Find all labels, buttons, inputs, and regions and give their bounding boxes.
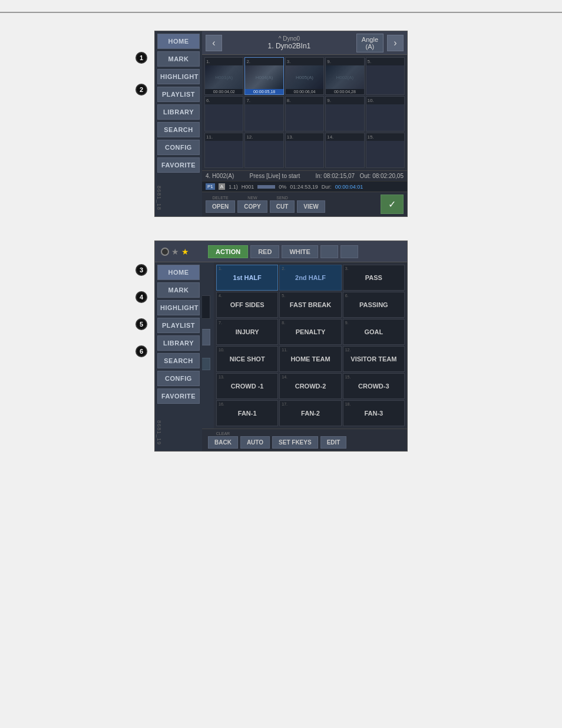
annotation-2: 2	[135, 84, 147, 95]
open-button[interactable]: OPEN	[206, 200, 235, 213]
annotation-3: 3	[135, 264, 147, 276]
thumb-cell-7[interactable]: 7.	[244, 96, 283, 131]
mark-num-3: 3.	[345, 266, 349, 271]
main-content-1: ‹ ^ Dyno0 1. Dyno2BIn1 Angle (A) ›	[202, 31, 407, 216]
mark-cell-11[interactable]: 11. HOME TEAM	[279, 346, 341, 372]
sidebar-item-favorite[interactable]: FAVORITE	[157, 157, 200, 173]
sidebar-item-search[interactable]: SEARCH	[157, 122, 200, 137]
mark-cell-8[interactable]: 8. PENALTY	[279, 319, 341, 345]
thumb-cell-13[interactable]: 13.	[285, 133, 324, 168]
mark-cell-9[interactable]: 9. GOAL	[343, 319, 405, 345]
dot-icon-1	[161, 248, 169, 256]
mark-text-12: VISITOR TEAM	[351, 355, 396, 363]
copy-button[interactable]: COPY	[237, 200, 267, 213]
mark-cell-13[interactable]: 13. CROWD -1	[216, 373, 278, 399]
in-out-times: In: 08:02:15,07 Out: 08:02:20,05	[315, 173, 404, 179]
thumb-num-13: 13.	[286, 133, 323, 141]
thumb-cell-9[interactable]: 9.	[325, 96, 364, 131]
mark-cell-7[interactable]: 7. INJURY	[216, 319, 278, 345]
sidebar2-item-highlight[interactable]: HIGHLIGHT	[157, 300, 200, 315]
sidebar-label-2: 8681_19	[156, 420, 162, 445]
thumb-cell-15[interactable]: 15.	[366, 133, 405, 168]
sidebar-item-home[interactable]: HOME	[157, 34, 200, 49]
sidebar-item-library[interactable]: LIBRARY	[157, 104, 200, 120]
sidebar2-item-config[interactable]: CONFIG	[157, 371, 200, 386]
annotation-4: 4	[135, 291, 147, 303]
view-sublabel	[310, 196, 312, 200]
thumb-cell-3[interactable]: 3. H005(A) 00:00:06,04	[285, 57, 324, 95]
mark-cell-15[interactable]: 15. CROWD-3	[343, 373, 405, 399]
sidebar-item-mark[interactable]: MARK	[157, 51, 200, 67]
mark-text-4: OFF SIDES	[230, 301, 265, 308]
forward-button[interactable]: ›	[387, 35, 404, 51]
clip-id: 4. H002(A)	[206, 173, 234, 179]
sidebar2-item-search[interactable]: SEARCH	[157, 353, 200, 368]
mark-cell-12[interactable]: 12. VISITOR TEAM	[343, 346, 405, 372]
thumb-img-5	[366, 65, 404, 94]
back-button[interactable]: ‹	[206, 35, 222, 51]
thumb-cell-10[interactable]: 10.	[366, 96, 405, 131]
thumb-cell-5[interactable]: 5.	[366, 57, 405, 95]
cut-button[interactable]: CUT	[270, 200, 295, 213]
back-button-2[interactable]: BACK	[208, 436, 238, 449]
sidebar2-item-home[interactable]: HOME	[157, 265, 200, 280]
thumb-img-8	[286, 104, 323, 131]
mark-cell-14[interactable]: 14. CROWD-2	[279, 373, 341, 399]
auto-button[interactable]: AUTO	[240, 436, 270, 449]
thumb-cell-14[interactable]: 14.	[325, 133, 364, 168]
view-button[interactable]: VIEW	[297, 200, 325, 213]
mark-num-2: 2.	[282, 266, 285, 271]
mark-cell-4[interactable]: 4. OFF SIDES	[216, 292, 278, 318]
annotation-5: 5	[135, 318, 147, 330]
angle-box: Angle (A)	[356, 34, 384, 52]
mark-cell-18[interactable]: 18. FAN-3	[343, 400, 405, 426]
in-label: In:	[315, 173, 322, 179]
thumb-cell-2[interactable]: 2. H004(A) 00:00:05,18	[244, 57, 283, 95]
sidebar2-item-playlist[interactable]: PLAYLIST	[157, 318, 200, 333]
mark-text-10: NICE SHOT	[230, 355, 265, 363]
header-main-title: 1. Dyno2BIn1	[226, 42, 353, 50]
mark-cell-2[interactable]: 2. 2nd HALF	[279, 265, 341, 291]
thumb-num-10: 10.	[366, 97, 404, 104]
check-button[interactable]: ✓	[381, 195, 404, 214]
tab-red[interactable]: RED	[250, 245, 279, 258]
thumb-img-10	[366, 104, 404, 131]
thumb-cell-4[interactable]: 9. H002(A) 00:00:04,28	[325, 57, 364, 95]
annotation-6: 6	[135, 345, 147, 357]
mark-cell-16[interactable]: 16. FAN-1	[216, 400, 278, 426]
mark-cell-3[interactable]: 3. PASS	[343, 265, 405, 291]
open-btn-group: DELETE OPEN	[206, 196, 235, 213]
p1-badge: P1	[206, 183, 215, 190]
thumb-num-4: 9.	[326, 58, 363, 65]
mark-cell-10[interactable]: 10. NICE SHOT	[216, 346, 278, 372]
mark-num-18: 18.	[345, 402, 351, 406]
header-bar-1: ‹ ^ Dyno0 1. Dyno2BIn1 Angle (A) ›	[202, 31, 407, 55]
thumb-img-2: H004(A)	[245, 65, 283, 89]
sidebar-item-playlist[interactable]: PLAYLIST	[157, 87, 200, 102]
mark-cell-17[interactable]: 17. FAN-2	[279, 400, 341, 426]
thumb-cell-6[interactable]: 6.	[204, 96, 243, 131]
sidebar-item-config[interactable]: CONFIG	[157, 140, 200, 155]
tab-extra-1[interactable]	[320, 245, 338, 258]
section2: 3 4 5 6 ★ ★ ACTION RED WHITE	[0, 241, 562, 452]
sidebar2-item-favorite[interactable]: FAVORITE	[157, 388, 200, 404]
thumb-cell-8[interactable]: 8.	[285, 96, 324, 131]
edit-button[interactable]: EDIT	[320, 436, 347, 449]
progress-num: 1.1)	[229, 184, 238, 190]
mark-num-10: 10.	[219, 348, 224, 352]
mark-cell-1[interactable]: 1. 1st HALF	[216, 265, 278, 291]
setfkeys-btn-group: SET FKEYS	[272, 431, 318, 449]
thumb-time-2: 00:00:05,18	[245, 89, 283, 94]
thumb-cell-12[interactable]: 12.	[244, 133, 283, 168]
thumb-cell-11[interactable]: 11.	[204, 133, 243, 168]
setfkeys-button[interactable]: SET FKEYS	[272, 436, 318, 449]
sidebar-item-highlight[interactable]: HIGHLIGHT	[157, 69, 200, 84]
tab-white[interactable]: WHITE	[282, 245, 318, 258]
sidebar2-item-mark[interactable]: MARK	[157, 282, 200, 298]
sidebar2-item-library[interactable]: LIBRARY	[157, 335, 200, 351]
mark-cell-6[interactable]: 6. PASSING	[343, 292, 405, 318]
tab-action[interactable]: ACTION	[208, 245, 248, 258]
thumb-cell-1[interactable]: 1. H001(A) 00:00:04,02	[204, 57, 243, 95]
tab-extra-2[interactable]	[340, 245, 358, 258]
mark-cell-5[interactable]: 5. FAST BREAK	[279, 292, 341, 318]
